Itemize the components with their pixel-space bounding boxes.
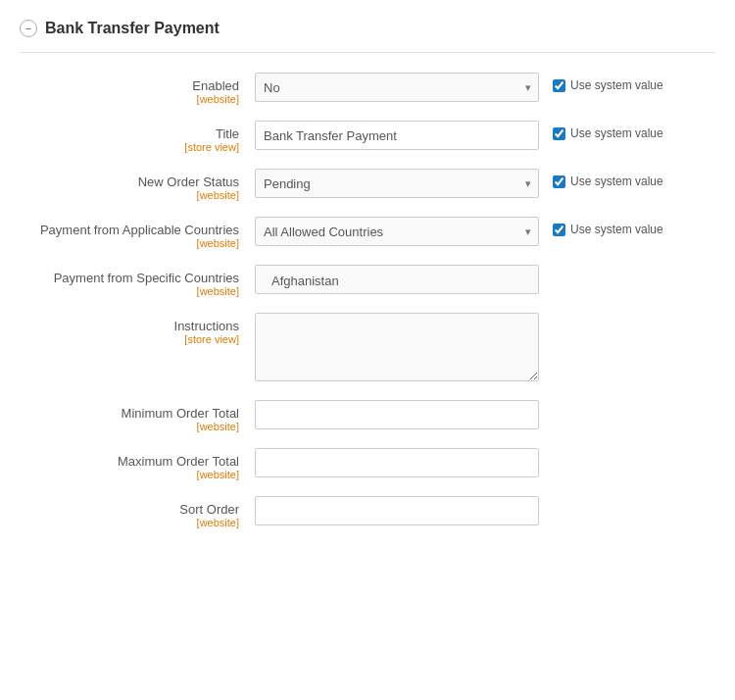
check-col-enabled: Use system value xyxy=(539,73,715,92)
form-row-minimum_order_total: Minimum Order Total[website] xyxy=(20,400,715,432)
control-col-title xyxy=(255,121,539,150)
use-system-value-checkbox-new_order_status[interactable] xyxy=(553,175,565,188)
form-row-payment_specific_countries: Payment from Specific Countries[website]… xyxy=(20,265,715,297)
multiselect-payment_specific_countries[interactable]: AfghanistanÅland IslandsAlbaniaAlgeriaAm… xyxy=(255,265,539,294)
label-col-instructions: Instructions[store view] xyxy=(20,313,255,345)
form-row-sort_order: Sort Order[website] xyxy=(20,496,715,528)
label-col-new_order_status: New Order Status[website] xyxy=(20,169,255,201)
field-label-sort_order: Sort Order xyxy=(20,502,239,517)
use-system-value-label-title[interactable]: Use system value xyxy=(553,126,663,140)
label-col-payment_applicable_countries: Payment from Applicable Countries[websit… xyxy=(20,217,255,249)
field-scope-minimum_order_total: [website] xyxy=(20,421,239,432)
use-system-value-text-enabled: Use system value xyxy=(570,78,663,92)
check-col-title: Use system value xyxy=(539,121,715,140)
check-col-sort_order xyxy=(539,496,715,502)
field-scope-sort_order: [website] xyxy=(20,517,239,528)
use-system-value-checkbox-payment_applicable_countries[interactable] xyxy=(553,224,565,236)
use-system-value-label-payment_applicable_countries[interactable]: Use system value xyxy=(553,223,663,236)
field-label-minimum_order_total: Minimum Order Total xyxy=(20,406,239,421)
field-scope-payment_applicable_countries: [website] xyxy=(20,237,239,249)
label-col-enabled: Enabled[website] xyxy=(20,73,255,105)
form-row-new_order_status: New Order Status[website]PendingProcessi… xyxy=(20,169,715,201)
check-col-payment_applicable_countries: Use system value xyxy=(539,217,715,236)
use-system-value-checkbox-title[interactable] xyxy=(553,127,565,140)
select-enabled[interactable]: NoYes xyxy=(255,73,539,102)
page-title: Bank Transfer Payment xyxy=(45,20,220,37)
section-header: − Bank Transfer Payment xyxy=(20,10,715,53)
select-payment_applicable_countries[interactable]: All Allowed CountriesSpecific Countries xyxy=(255,217,539,246)
control-col-enabled: NoYes xyxy=(255,73,539,102)
form-row-enabled: Enabled[website]NoYesUse system value xyxy=(20,73,715,105)
select-wrapper-payment_applicable_countries: All Allowed CountriesSpecific Countries xyxy=(255,217,539,246)
form-row-maximum_order_total: Maximum Order Total[website] xyxy=(20,448,715,480)
label-col-title: Title[store view] xyxy=(20,121,255,153)
field-scope-maximum_order_total: [website] xyxy=(20,469,239,480)
check-col-new_order_status: Use system value xyxy=(539,169,715,188)
field-scope-enabled: [website] xyxy=(20,93,239,105)
field-label-payment_applicable_countries: Payment from Applicable Countries xyxy=(20,223,239,237)
check-col-minimum_order_total xyxy=(539,400,715,406)
form-row-instructions: Instructions[store view] xyxy=(20,313,715,384)
field-label-instructions: Instructions xyxy=(20,319,239,333)
control-col-instructions xyxy=(255,313,539,384)
label-col-minimum_order_total: Minimum Order Total[website] xyxy=(20,400,255,432)
use-system-value-label-new_order_status[interactable]: Use system value xyxy=(553,175,663,188)
form-section: Enabled[website]NoYesUse system valueTit… xyxy=(20,73,715,528)
textarea-instructions[interactable] xyxy=(255,313,539,381)
field-scope-payment_specific_countries: [website] xyxy=(20,285,239,297)
use-system-value-label-enabled[interactable]: Use system value xyxy=(553,78,663,92)
control-col-minimum_order_total xyxy=(255,400,539,429)
check-col-maximum_order_total xyxy=(539,448,715,454)
input-sort_order[interactable] xyxy=(255,496,539,525)
control-col-payment_applicable_countries: All Allowed CountriesSpecific Countries xyxy=(255,217,539,246)
field-label-maximum_order_total: Maximum Order Total xyxy=(20,454,239,469)
select-wrapper-enabled: NoYes xyxy=(255,73,539,102)
use-system-value-checkbox-enabled[interactable] xyxy=(553,79,565,92)
label-col-maximum_order_total: Maximum Order Total[website] xyxy=(20,448,255,480)
input-minimum_order_total[interactable] xyxy=(255,400,539,429)
field-scope-new_order_status: [website] xyxy=(20,189,239,201)
control-col-new_order_status: PendingProcessingComplete xyxy=(255,169,539,198)
field-scope-title: [store view] xyxy=(20,141,239,153)
control-col-maximum_order_total xyxy=(255,448,539,477)
control-col-sort_order xyxy=(255,496,539,525)
check-col-instructions xyxy=(539,313,715,319)
use-system-value-text-new_order_status: Use system value xyxy=(570,175,663,188)
use-system-value-text-title: Use system value xyxy=(570,126,663,140)
field-scope-instructions: [store view] xyxy=(20,333,239,345)
label-col-sort_order: Sort Order[website] xyxy=(20,496,255,528)
select-new_order_status[interactable]: PendingProcessingComplete xyxy=(255,169,539,198)
field-label-payment_specific_countries: Payment from Specific Countries xyxy=(20,271,239,285)
label-col-payment_specific_countries: Payment from Specific Countries[website] xyxy=(20,265,255,297)
field-label-title: Title xyxy=(20,126,239,141)
field-label-enabled: Enabled xyxy=(20,78,239,93)
use-system-value-text-payment_applicable_countries: Use system value xyxy=(570,223,663,236)
control-col-payment_specific_countries: AfghanistanÅland IslandsAlbaniaAlgeriaAm… xyxy=(255,265,539,294)
form-row-payment_applicable_countries: Payment from Applicable Countries[websit… xyxy=(20,217,715,249)
field-label-new_order_status: New Order Status xyxy=(20,175,239,189)
check-col-payment_specific_countries xyxy=(539,265,715,271)
select-wrapper-new_order_status: PendingProcessingComplete xyxy=(255,169,539,198)
input-title[interactable] xyxy=(255,121,539,150)
form-row-title: Title[store view]Use system value xyxy=(20,121,715,153)
collapse-icon[interactable]: − xyxy=(20,20,37,37)
input-maximum_order_total[interactable] xyxy=(255,448,539,477)
